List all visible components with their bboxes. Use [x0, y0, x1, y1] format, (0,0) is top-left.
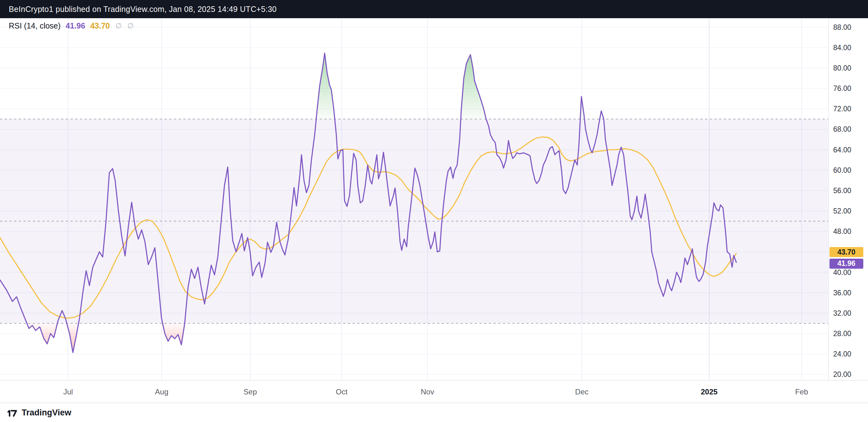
time-tick-label: Feb [795, 381, 808, 403]
tradingview-brand-link[interactable]: TradingView [22, 408, 71, 418]
ma-price-badge: 43.70 [830, 247, 863, 257]
time-tick-label: Aug [155, 381, 168, 403]
time-tick-label: Oct [336, 381, 347, 403]
price-tick-label: 28.00 [833, 329, 851, 338]
overbought-fill [461, 55, 486, 119]
price-tick-label: 40.00 [833, 268, 851, 277]
price-axis[interactable]: 88.0084.0080.0076.0072.0068.0064.0060.00… [828, 18, 868, 380]
price-tick-label: 24.00 [833, 350, 851, 358]
price-tick-label: 36.00 [833, 289, 851, 297]
rsi-chart-canvas[interactable] [0, 0, 868, 422]
price-tick-label: 56.00 [833, 186, 851, 195]
price-tick-label: 52.00 [833, 207, 851, 215]
rsi-price-badge: 41.96 [830, 259, 863, 269]
footer-bar: TradingView [0, 402, 868, 422]
price-tick-label: 48.00 [833, 227, 851, 236]
price-tick-label: 80.00 [833, 64, 851, 72]
empty-value-icon: ∅ [127, 22, 134, 30]
time-tick-label: Sep [244, 381, 257, 403]
time-tick-label: Nov [421, 381, 434, 403]
price-tick-label: 20.00 [833, 370, 851, 379]
publish-header: BeInCrypto1 published on TradingView.com… [0, 0, 868, 18]
indicator-legend[interactable]: RSI (14, close) 41.96 43.70 ∅ ∅ [9, 21, 134, 30]
price-tick-label: 32.00 [833, 309, 851, 318]
time-tick-label: Jul [63, 381, 73, 403]
price-tick-label: 88.00 [833, 23, 851, 32]
price-tick-label: 64.00 [833, 146, 851, 154]
time-tick-label: 2025 [701, 381, 717, 403]
ma-current-value: 43.70 [90, 21, 110, 30]
tradingview-published-chart-page: RSI (14, close) 41.96 43.70 ∅ ∅ 88.0084.… [0, 0, 868, 422]
time-axis[interactable]: JulAugSepOctNovDec2025Feb [0, 380, 868, 402]
tradingview-logo-icon[interactable] [7, 409, 18, 417]
publish-info-text: BeInCrypto1 published on TradingView.com… [9, 5, 277, 14]
oversold-fill [67, 323, 79, 353]
price-tick-label: 60.00 [833, 166, 851, 175]
price-tick-label: 84.00 [833, 43, 851, 52]
price-tick-label: 68.00 [833, 125, 851, 133]
price-tick-label: 76.00 [833, 84, 851, 93]
empty-value-icon: ∅ [115, 22, 122, 30]
rsi-current-value: 41.96 [65, 21, 85, 30]
indicator-title: RSI (14, close) [9, 21, 60, 30]
time-tick-label: Dec [575, 381, 588, 403]
chart-region[interactable]: RSI (14, close) 41.96 43.70 ∅ ∅ 88.0084.… [0, 0, 868, 422]
price-tick-label: 72.00 [833, 104, 851, 113]
